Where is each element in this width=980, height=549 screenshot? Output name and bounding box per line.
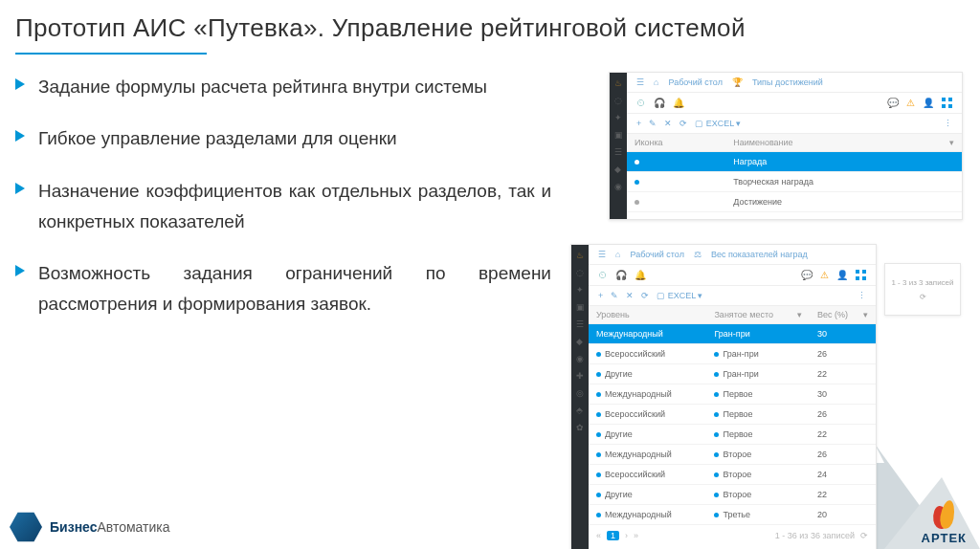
grid-icon[interactable] (942, 98, 952, 108)
breadcrumb-item[interactable]: Вес показателей наград (711, 250, 808, 259)
col-icon[interactable]: Иконка (627, 134, 725, 152)
refresh-button[interactable]: ⟳ (641, 291, 649, 300)
table-row[interactable]: МеждународныйТретье20 (589, 505, 876, 525)
sidebar-item[interactable]: ◉ (614, 182, 622, 189)
add-button[interactable]: + (598, 291, 603, 300)
home-icon[interactable]: ⌂ (615, 250, 620, 259)
refresh-icon[interactable]: ⟳ (920, 293, 926, 301)
excel-button[interactable]: ▢ EXCEL ▾ (695, 119, 741, 128)
sidebar-item[interactable]: ◌ (576, 268, 584, 275)
sidebar-item[interactable]: ☰ (576, 319, 584, 327)
menu-icon[interactable]: ☰ (598, 250, 606, 259)
chat-icon[interactable]: 💬 (801, 270, 813, 280)
home-icon[interactable]: ⌂ (654, 77, 658, 87)
sidebar-item[interactable]: ◆ (576, 337, 584, 344)
breadcrumb-item[interactable]: Типы достижений (752, 77, 823, 87)
page-first[interactable]: « (596, 531, 601, 540)
col-weight[interactable]: ▾Вес (%) (810, 306, 876, 324)
page-info: 1 - 36 из 36 записей (775, 531, 855, 540)
table-row[interactable]: МеждународныйПервое30 (589, 384, 876, 405)
col-name[interactable]: Наименование (725, 134, 942, 152)
page-title: Прототип АИС «Путевка». Управление рейти… (0, 0, 980, 49)
delete-button[interactable]: ✕ (626, 291, 634, 300)
excel-button[interactable]: ▢ EXCEL ▾ (657, 291, 702, 300)
menu-icon[interactable]: ☰ (636, 77, 644, 87)
table-row[interactable]: ВсероссийскийПервое26 (589, 405, 876, 425)
bullet-text: Возможность задания ограничений по време… (38, 258, 551, 320)
more-icon[interactable]: ⋮ (944, 119, 952, 128)
flame-icon[interactable]: ♨ (576, 251, 584, 258)
sidebar-item[interactable]: ✿ (576, 423, 584, 430)
records-info-box: 1 - 3 из 3 записей ⟳ (884, 263, 961, 316)
table-row[interactable]: ДругиеПервое22 (589, 425, 876, 445)
grid-icon[interactable] (856, 270, 866, 280)
sidebar-item[interactable]: ⬘ (576, 406, 584, 413)
more-icon[interactable]: ⋮ (858, 291, 866, 300)
flame-icon (929, 491, 958, 529)
screenshot-types: ♨ ◌ ✦ ▣ ☰ ◆ ◉ ☰ ⌂ Рабочий стол 🏆 Типы до… (609, 72, 963, 220)
page-current[interactable]: 1 (607, 531, 619, 540)
table-row[interactable]: ВсероссийскийГран-при26 (589, 344, 876, 364)
page-last[interactable]: » (634, 531, 638, 540)
bullet-text: Гибкое управление разделами для оценки (38, 123, 397, 154)
table-row[interactable]: МеждународныйВторое26 (589, 445, 876, 465)
refresh-icon[interactable]: ⟳ (860, 531, 868, 540)
sidebar-item[interactable]: ✦ (576, 285, 584, 293)
sidebar-item[interactable]: ◌ (614, 96, 622, 103)
breadcrumb-item[interactable]: Рабочий стол (630, 250, 684, 259)
sidebar-item[interactable]: ☰ (614, 147, 622, 155)
user-icon[interactable]: 👤 (923, 98, 934, 108)
breadcrumb: ☰ ⌂ Рабочий стол 🏆 Типы достижений (627, 73, 962, 93)
clock-icon[interactable]: ⏲ (636, 98, 646, 108)
footer-brand: БизнесАвтоматика (10, 511, 170, 543)
sidebar-item[interactable]: ✚ (576, 371, 584, 379)
warn-icon[interactable]: ⚠ (906, 98, 915, 108)
table-row[interactable]: Достижение (627, 192, 962, 212)
bullet-text: Назначение коэффициентов как отдельных р… (38, 176, 551, 238)
sidebar-item[interactable]: ▣ (576, 302, 584, 310)
sidebar-item[interactable]: ◎ (576, 388, 584, 396)
bullet-icon (15, 265, 25, 276)
chat-icon[interactable]: 💬 (887, 98, 899, 108)
clock-icon[interactable]: ⏲ (598, 270, 608, 280)
table-row[interactable]: ДругиеВторое22 (589, 485, 876, 505)
headset-icon[interactable]: 🎧 (615, 270, 627, 280)
headset-icon[interactable]: 🎧 (654, 98, 665, 108)
col-place[interactable]: ▾Занятое место (706, 306, 810, 324)
filter-icon[interactable]: ▾ (942, 134, 962, 152)
breadcrumb: ☰ ⌂ Рабочий стол ⚖ Вес показателей награ… (589, 245, 876, 265)
top-toolbar: ⏲ 🎧 🔔 💬 ⚠ 👤 (589, 265, 876, 286)
table-row[interactable]: МеждународныйГран-при30 (589, 324, 876, 344)
sidebar-item[interactable]: ▣ (614, 130, 622, 138)
table-row[interactable]: ДругиеГран-при22 (589, 364, 876, 384)
user-icon[interactable]: 👤 (836, 270, 848, 280)
table-row[interactable]: Награда (627, 152, 962, 172)
warn-icon[interactable]: ⚠ (820, 270, 829, 280)
artek-logo: АРТЕК (922, 491, 967, 545)
page-next[interactable]: › (625, 531, 628, 540)
refresh-button[interactable]: ⟳ (679, 119, 687, 128)
bell-icon[interactable]: 🔔 (673, 98, 684, 108)
bell-icon[interactable]: 🔔 (635, 270, 646, 280)
bullet-text: Задание формулы расчета рейтинга внутри … (38, 72, 487, 102)
table-row[interactable]: Творческая награда (627, 172, 962, 192)
breadcrumb-item[interactable]: Рабочий стол (668, 77, 723, 87)
brand-text: БизнесАвтоматика (50, 519, 170, 535)
table-toolbar: + ✎ ✕ ⟳ ▢ EXCEL ▾ ⋮ (589, 286, 876, 306)
trophy-icon: 🏆 (732, 77, 743, 87)
edit-button[interactable]: ✎ (611, 291, 618, 300)
bullet-icon (15, 183, 25, 194)
sidebar-item[interactable]: ◉ (576, 354, 584, 362)
sidebar-item[interactable]: ✦ (614, 113, 622, 121)
artek-text: АРТЕК (922, 531, 967, 545)
flame-icon[interactable]: ♨ (614, 78, 622, 86)
table-toolbar: + ✎ ✕ ⟳ ▢ EXCEL ▾ ⋮ (627, 114, 962, 134)
col-level[interactable]: Уровень (589, 306, 706, 324)
sidebar-item[interactable]: ◆ (614, 165, 622, 172)
types-table: Иконка Наименование ▾ Награда Творческая… (627, 134, 962, 212)
table-row[interactable]: ВсероссийскийВторое24 (589, 465, 876, 485)
add-button[interactable]: + (636, 119, 641, 128)
delete-button[interactable]: ✕ (664, 119, 672, 128)
screenshot-weights: ♨ ◌ ✦ ▣ ☰ ◆ ◉ ✚ ◎ ⬘ ✿ ☰ ⌂ Рабочий стол ⚖… (570, 244, 877, 549)
edit-button[interactable]: ✎ (649, 119, 657, 128)
